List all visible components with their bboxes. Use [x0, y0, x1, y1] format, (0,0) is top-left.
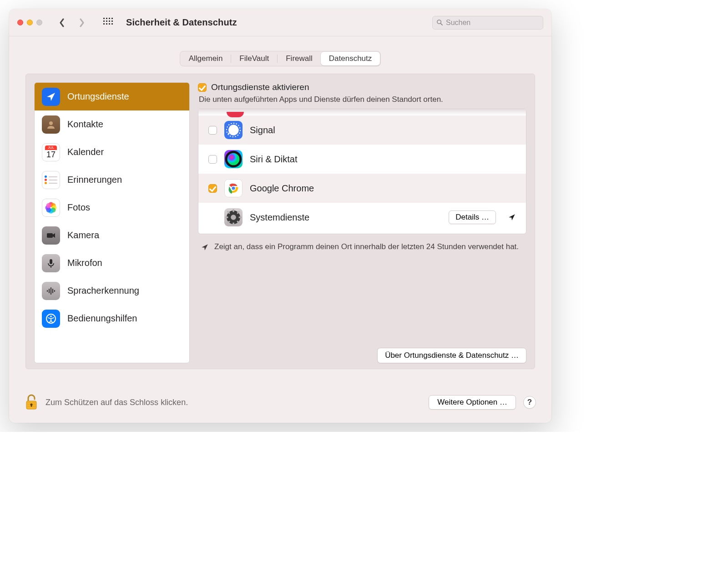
- app-checkbox-chrome[interactable]: [208, 184, 217, 193]
- location-legend: Zeigt an, dass ein Programm deinen Ort i…: [198, 242, 526, 251]
- search-input[interactable]: [446, 19, 539, 27]
- more-options-button[interactable]: Weitere Optionen …: [429, 395, 516, 410]
- sidebar-item-camera[interactable]: Kamera: [35, 221, 189, 249]
- tab-filevault[interactable]: FileVault: [231, 52, 277, 65]
- sidebar-item-photos[interactable]: Fotos: [35, 194, 189, 221]
- app-list[interactable]: Signal Siri & Diktat: [198, 109, 526, 234]
- accessibility-icon: [42, 310, 60, 328]
- sidebar-item-label: Kontakte: [67, 119, 103, 130]
- svg-point-12: [50, 316, 52, 317]
- lock-icon[interactable]: [25, 394, 38, 411]
- legend-text: Zeigt an, dass ein Programm deinen Ort i…: [214, 242, 519, 251]
- enable-location-label: Ortungsdienste aktivieren: [211, 82, 309, 92]
- sidebar-item-speech[interactable]: Spracherkennung: [35, 277, 189, 305]
- titlebar: Sicherheit & Datenschutz: [9, 9, 551, 36]
- app-row-chrome[interactable]: Google Chrome: [198, 174, 526, 203]
- svg-rect-7: [49, 289, 50, 293]
- svg-line-26: [237, 221, 239, 223]
- system-services-details-button[interactable]: Details …: [449, 210, 496, 224]
- reminders-icon: [42, 171, 60, 189]
- svg-point-2: [49, 121, 53, 125]
- help-button[interactable]: ?: [523, 396, 536, 409]
- svg-line-25: [228, 211, 230, 214]
- detail-pane: Ortungsdienste aktivieren Die unten aufg…: [198, 82, 526, 363]
- sidebar-item-label: Ortungsdienste: [67, 91, 129, 102]
- app-row-system-services[interactable]: Systemdienste Details …: [198, 203, 526, 232]
- siri-icon: [224, 150, 243, 168]
- about-button-wrap: Über Ortungsdienste & Datenschutz …: [198, 348, 526, 363]
- calendar-day: 17: [45, 150, 57, 159]
- svg-rect-34: [31, 405, 32, 407]
- app-row-partial: [198, 109, 526, 115]
- sidebar-item-contacts[interactable]: Kontakte: [35, 110, 189, 138]
- sidebar-item-label: Erinnerungen: [67, 175, 122, 185]
- enable-location-desc: Die unten aufgeführten Apps und Dienste …: [199, 95, 526, 104]
- sidebar-item-calendar[interactable]: JUL 17 Kalender: [35, 138, 189, 166]
- back-button[interactable]: [56, 17, 68, 29]
- tab-general[interactable]: Allgemein: [181, 52, 231, 65]
- sidebar-item-label: Mikrofon: [67, 258, 102, 268]
- app-label: Systemdienste: [250, 212, 309, 223]
- camera-icon: [42, 226, 60, 245]
- app-checkbox-signal[interactable]: [208, 126, 217, 135]
- about-location-privacy-button[interactable]: Über Ortungsdienste & Datenschutz …: [377, 348, 526, 363]
- sidebar-item-label: Kamera: [67, 230, 99, 240]
- zoom-window-button[interactable]: [36, 20, 42, 25]
- microphone-icon: [42, 254, 60, 272]
- svg-point-15: [228, 153, 240, 165]
- lock-hint-text: Zum Schützen auf das Schloss klicken.: [46, 398, 188, 407]
- svg-rect-30: [26, 402, 36, 403]
- search-icon: [436, 19, 443, 26]
- tab-privacy[interactable]: Datenschutz: [321, 52, 380, 65]
- sidebar-item-label: Kalender: [67, 147, 104, 157]
- signal-icon: [224, 121, 243, 139]
- enable-location-checkbox[interactable]: [198, 83, 207, 92]
- search-box[interactable]: [432, 16, 543, 30]
- svg-line-1: [441, 24, 443, 25]
- close-window-button[interactable]: [17, 20, 23, 25]
- location-indicator-icon: [508, 213, 516, 221]
- contacts-icon: [42, 115, 60, 134]
- tab-firewall[interactable]: Firewall: [278, 52, 321, 65]
- svg-line-28: [237, 211, 239, 214]
- chrome-icon: [224, 179, 243, 197]
- photos-icon: [42, 199, 60, 217]
- sidebar-item-location[interactable]: Ortungsdienste: [35, 83, 189, 110]
- content-panel: Ortungsdienste Kontakte JUL 17 Kalender: [25, 74, 535, 369]
- app-label: Siri & Diktat: [250, 154, 297, 165]
- svg-line-27: [228, 221, 230, 223]
- sidebar-item-label: Fotos: [67, 202, 90, 213]
- sidebar-item-reminders[interactable]: Erinnerungen: [35, 166, 189, 194]
- system-services-icon: [224, 208, 243, 226]
- enable-location-row: Ortungsdienste aktivieren: [198, 82, 526, 92]
- preferences-window: Sicherheit & Datenschutz Allgemein FileV…: [9, 9, 551, 423]
- svg-point-20: [231, 215, 236, 220]
- forward-button[interactable]: [76, 17, 88, 29]
- app-label: Google Chrome: [250, 183, 314, 194]
- traffic-lights: [17, 20, 42, 25]
- svg-rect-10: [54, 290, 55, 292]
- footer: Zum Schützen auf das Schloss klicken. We…: [9, 394, 551, 423]
- app-row-siri[interactable]: Siri & Diktat: [198, 145, 526, 174]
- location-indicator-icon: [201, 243, 209, 251]
- sidebar-item-label: Bedienungshilfen: [67, 313, 137, 324]
- svg-rect-3: [47, 233, 53, 238]
- app-label: Signal: [250, 125, 275, 135]
- calendar-month: JUL: [45, 145, 57, 150]
- minimize-window-button[interactable]: [27, 20, 33, 25]
- tabs-row: Allgemein FileVault Firewall Datenschutz: [9, 36, 551, 66]
- sidebar-item-accessibility[interactable]: Bedienungshilfen: [35, 305, 189, 332]
- svg-rect-4: [50, 259, 52, 264]
- window-title: Sicherheit & Datenschutz: [126, 17, 237, 28]
- app-row-signal[interactable]: Signal: [198, 115, 526, 145]
- nav-buttons: [56, 17, 113, 29]
- svg-rect-8: [51, 287, 51, 295]
- privacy-sidebar[interactable]: Ortungsdienste Kontakte JUL 17 Kalender: [34, 82, 190, 363]
- sidebar-item-microphone[interactable]: Mikrofon: [35, 249, 189, 277]
- show-all-button[interactable]: [103, 18, 113, 28]
- speech-icon: [42, 282, 60, 300]
- partial-app-icon: [227, 112, 244, 117]
- tabs: Allgemein FileVault Firewall Datenschutz: [180, 51, 381, 66]
- app-checkbox-siri[interactable]: [208, 155, 217, 164]
- svg-rect-9: [52, 289, 53, 293]
